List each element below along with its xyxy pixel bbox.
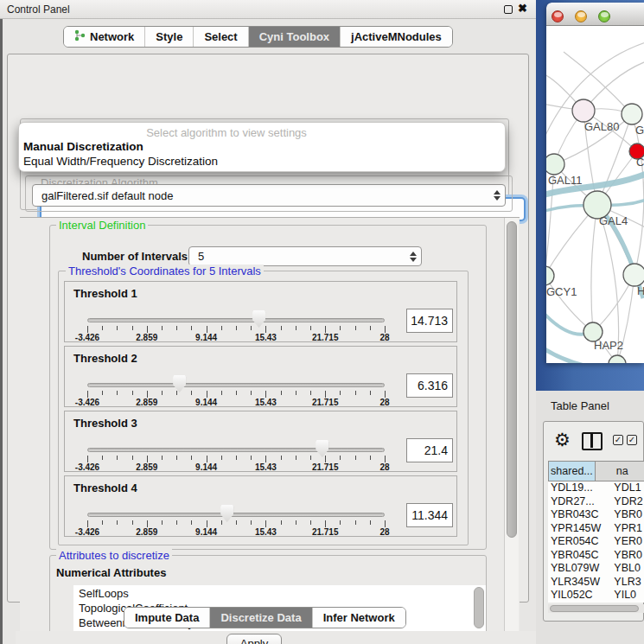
float-window-icon[interactable] [504, 5, 513, 14]
tick-mark [207, 391, 207, 398]
tick-mark [87, 456, 88, 462]
network-node-ga[interactable] [622, 104, 642, 124]
network-canvas[interactable]: GAL80GACGAL11GAL4GCY1HHAP2 [546, 26, 644, 363]
cell-name: YBR0 [611, 549, 644, 563]
close-traffic-light-icon[interactable] [552, 10, 564, 22]
tab-discretize-data[interactable]: Discretize Data [210, 608, 312, 628]
tick-label: 2.859 [136, 462, 157, 472]
checkbox-select-icon[interactable]: ✓ [613, 435, 623, 445]
vertical-scrollbar[interactable] [504, 218, 519, 644]
cell-name: YIL0 [611, 589, 644, 603]
tick-mark [370, 391, 371, 395]
table-row[interactable]: YDR27...YDR2 [548, 495, 644, 509]
columns-icon[interactable] [582, 432, 603, 450]
column-header-shared-name[interactable]: shared... [548, 461, 596, 481]
horizontal-scrollbar-thumb[interactable] [550, 605, 639, 612]
tab-infer-network[interactable]: Infer Network [313, 608, 405, 628]
cell-name: YDL1 [611, 481, 644, 495]
tick-label: -3.426 [75, 462, 99, 472]
threshold-slider-thumb[interactable] [220, 505, 233, 522]
threshold-slider-track[interactable] [87, 448, 385, 452]
list-item[interactable]: SelfLoops [73, 585, 486, 600]
threshold-value-field[interactable]: 21.4 [406, 438, 453, 462]
node-table[interactable]: shared... na YDL19...YDL1YDR27...YDR2YBR… [548, 461, 644, 603]
tick-label: 2.859 [136, 333, 157, 342]
tick-mark [355, 456, 356, 460]
table-panel-window: ⚙ ✓ ✓ shared... na YDL19...YDL1YDR27...Y… [543, 421, 644, 622]
number-of-intervals-combobox[interactable]: 5 [188, 246, 422, 266]
table-row[interactable]: YBL079WYBL0 [548, 562, 644, 576]
tick-mark [102, 391, 103, 395]
tick-label: 28 [379, 527, 389, 537]
interval-definition-group: Interval Definition Number of Intervals … [49, 225, 487, 550]
tab-network[interactable]: Network [64, 27, 145, 47]
column-header-name[interactable]: na [596, 461, 644, 481]
tab-jactivemnodules[interactable]: jActiveMNodules [341, 27, 452, 47]
tab-style[interactable]: Style [145, 27, 194, 47]
table-row[interactable]: YBR043CYBR0 [548, 508, 644, 522]
table-data-combobox[interactable]: galFiltered.sif default node [32, 184, 506, 207]
combobox-stepper-icon [489, 190, 505, 201]
network-node-gcy1[interactable] [546, 266, 554, 285]
threshold-slider-thumb[interactable] [316, 440, 328, 457]
table-row[interactable]: YPR145WYPR1 [548, 522, 644, 536]
cell-name: YLR3 [611, 576, 644, 590]
tab-cyni-toolbox[interactable]: Cyni Toolbox [249, 27, 341, 47]
tab-label: Style [156, 30, 182, 43]
network-window-titlebar[interactable] [546, 3, 644, 26]
control-panel-title: Control Panel [7, 3, 70, 16]
algorithm-option-manual[interactable]: Manual Discretization [22, 140, 498, 153]
tick-mark [251, 520, 252, 525]
threshold-value-field[interactable]: 14.713 [406, 309, 453, 333]
network-icon [74, 29, 86, 44]
tick-mark [370, 326, 371, 330]
tick-mark [370, 456, 371, 460]
checkbox-select-icon[interactable]: ✓ [627, 435, 637, 445]
list-scrollbar[interactable] [474, 587, 484, 628]
tab-select[interactable]: Select [194, 27, 248, 47]
threshold-value-field[interactable]: 6.316 [406, 373, 453, 398]
tick-label: 28 [379, 398, 389, 407]
number-of-intervals-value: 5 [189, 250, 405, 263]
table-row[interactable]: YLR345WYLR3 [548, 576, 644, 590]
bottom-tab-bar: Impute DataDiscretize DataInfer Network [124, 607, 406, 628]
apply-button[interactable]: Apply [226, 634, 282, 644]
gear-icon[interactable]: ⚙ [554, 430, 571, 450]
tick-mark [251, 326, 252, 330]
vertical-scrollbar-thumb[interactable] [507, 221, 517, 538]
tick-label: 2.859 [136, 398, 157, 407]
tick-mark [296, 520, 296, 525]
threshold-slider-thumb[interactable] [173, 375, 186, 392]
tick-mark [251, 391, 252, 395]
network-node-gal11[interactable] [546, 154, 564, 175]
threshold-slider-track[interactable] [87, 513, 385, 517]
tick-mark [132, 391, 133, 395]
table-row[interactable]: YDL19...YDL1 [548, 481, 644, 495]
zoom-traffic-light-icon[interactable] [598, 10, 610, 22]
table-row[interactable]: YER054CYER0 [548, 535, 644, 549]
close-icon[interactable]: ✖ [518, 2, 527, 15]
horizontal-scrollbar[interactable] [548, 604, 644, 613]
tick-mark [310, 456, 311, 460]
network-node-h[interactable] [623, 264, 644, 286]
tab-impute-data[interactable]: Impute Data [124, 608, 210, 628]
table-row[interactable]: YIL052CYIL0 [548, 589, 644, 603]
threshold-slider-thumb[interactable] [252, 310, 265, 328]
tick-label: 28 [379, 333, 389, 342]
threshold-value-field[interactable]: 11.344 [406, 503, 453, 527]
tick-mark [340, 391, 341, 395]
table-row[interactable]: YBR045CYBR0 [548, 549, 644, 563]
network-node-label: H [637, 284, 644, 297]
threshold-slider-track[interactable] [87, 318, 385, 322]
network-node-gal80[interactable] [572, 99, 595, 122]
threshold-slider-track[interactable] [87, 383, 385, 387]
cell-shared-name: YBL079W [548, 562, 611, 576]
tick-mark [147, 326, 148, 333]
tick-mark [132, 326, 133, 330]
minimize-traffic-light-icon[interactable] [575, 10, 587, 22]
tab-label: Cyni Toolbox [259, 30, 329, 43]
algorithm-option-equal-width[interactable]: Equal Width/Frequency Discretization [22, 155, 498, 168]
tick-mark [102, 520, 103, 525]
tick-mark [117, 326, 118, 330]
control-panel-titlebar: Control Panel ✖ [0, 0, 536, 19]
